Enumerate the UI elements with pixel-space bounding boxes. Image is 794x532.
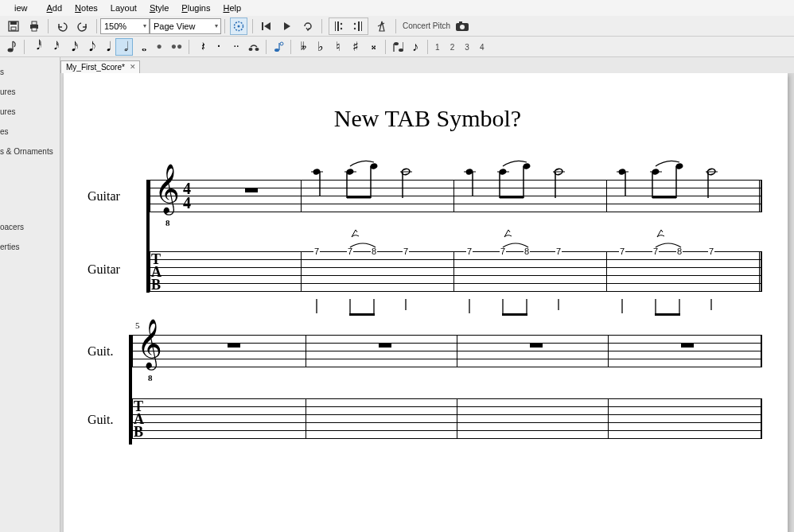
menu-layout[interactable]: Layout bbox=[104, 1, 143, 15]
document-tab-label: My_First_Score* bbox=[66, 63, 125, 72]
treble-clef: 𝄞 bbox=[137, 319, 162, 369]
play-button[interactable] bbox=[278, 17, 296, 35]
palette-sidebar: s ures ures es s & Ornaments oacers erti… bbox=[0, 57, 60, 532]
grace-button[interactable]: ♪ bbox=[407, 38, 424, 56]
whole-rest bbox=[530, 344, 543, 348]
instrument-label: Guitar bbox=[88, 189, 120, 204]
menu-plugins[interactable]: PluginsPlugins bbox=[175, 1, 216, 15]
note-1-button[interactable]: 𝅝 bbox=[133, 38, 150, 56]
palette-item[interactable]: oacers bbox=[0, 217, 60, 237]
note-2-button[interactable]: 𝅗𝅥 bbox=[115, 38, 133, 56]
svg-point-12 bbox=[341, 27, 342, 29]
separator bbox=[290, 40, 291, 54]
metronome-button[interactable] bbox=[230, 17, 247, 35]
redo-button[interactable] bbox=[74, 17, 91, 35]
svg-point-13 bbox=[354, 22, 356, 24]
svg-point-11 bbox=[341, 22, 342, 24]
separator bbox=[427, 40, 428, 54]
save-button[interactable] bbox=[5, 17, 22, 35]
separator bbox=[189, 40, 189, 54]
svg-point-7 bbox=[238, 25, 240, 27]
menu-notes[interactable]: NotesNotes bbox=[68, 1, 104, 15]
note-dot-button[interactable]: ● bbox=[150, 38, 168, 56]
print-button[interactable] bbox=[25, 17, 43, 35]
clef-octave: 8 bbox=[148, 373, 153, 382]
separator bbox=[24, 40, 25, 54]
undo-button[interactable] bbox=[53, 17, 71, 35]
repeat-start-button[interactable] bbox=[333, 17, 347, 35]
voice-3-button[interactable]: 3 bbox=[461, 43, 473, 52]
palette-item[interactable]: s bbox=[0, 62, 60, 82]
palette-item[interactable]: s & Ornaments bbox=[0, 142, 60, 161]
separator bbox=[385, 40, 386, 54]
rewind-button[interactable] bbox=[258, 17, 275, 35]
svg-rect-15 bbox=[358, 21, 360, 31]
palette-item[interactable]: ures bbox=[0, 102, 60, 122]
menu-style[interactable]: StyleStyle bbox=[143, 1, 175, 15]
separator bbox=[321, 19, 322, 33]
separator bbox=[266, 40, 267, 54]
tab-staff[interactable]: TAB bbox=[132, 398, 762, 438]
zoom-combo[interactable]: 150%▾ bbox=[100, 18, 150, 34]
score-title: New TAB Symbol? bbox=[88, 105, 768, 132]
svg-rect-4 bbox=[32, 21, 37, 25]
close-tab-button[interactable]: ✕ bbox=[130, 63, 136, 71]
note-8-button[interactable]: 𝅘𝅥𝅮 bbox=[80, 38, 98, 56]
svg-point-14 bbox=[354, 27, 356, 29]
tab-clef: TAB bbox=[134, 400, 144, 438]
svg-rect-1 bbox=[10, 21, 17, 25]
tab-rhythm bbox=[150, 297, 762, 321]
screenshot-button[interactable] bbox=[453, 19, 471, 33]
separator bbox=[395, 19, 396, 33]
note-32-button[interactable]: 𝅘𝅥𝅰 bbox=[45, 38, 63, 56]
dblflat-button[interactable]: 𝄫 bbox=[294, 38, 312, 56]
toolbar-main: 150%▾ Page View▾ Concert Pitch bbox=[0, 16, 794, 37]
svg-rect-9 bbox=[335, 21, 336, 31]
separator bbox=[224, 19, 225, 33]
loop-button[interactable] bbox=[299, 17, 317, 35]
whole-rest bbox=[228, 344, 240, 348]
repeat-group bbox=[329, 17, 368, 35]
score-canvas[interactable]: New TAB Symbol? Guitar 𝄞 8 44 bbox=[60, 73, 794, 532]
score-page: New TAB Symbol? Guitar 𝄞 8 44 bbox=[64, 73, 788, 532]
flip-button[interactable] bbox=[270, 38, 287, 56]
note-4-button[interactable]: 𝅘𝅥 bbox=[98, 38, 115, 56]
menu-view[interactable]: iew bbox=[2, 1, 41, 15]
repeat-end-button[interactable] bbox=[350, 17, 364, 35]
menu-help[interactable]: HelpHelp bbox=[216, 1, 247, 15]
separator bbox=[48, 19, 49, 33]
dblsharp-button[interactable]: 𝄪 bbox=[364, 38, 382, 56]
dot2-button[interactable]: ·· bbox=[228, 38, 245, 56]
note-16-button[interactable]: 𝅘𝅥𝅯 bbox=[63, 38, 80, 56]
sharp-button[interactable]: ♯ bbox=[347, 38, 364, 56]
metronome2-button[interactable] bbox=[373, 17, 391, 35]
note-64-button[interactable]: 𝅘𝅥𝅱 bbox=[28, 38, 45, 56]
svg-point-30 bbox=[399, 49, 403, 52]
natural-button[interactable]: ♮ bbox=[329, 38, 347, 56]
svg-point-24 bbox=[255, 48, 259, 51]
flat-button[interactable]: ♭ bbox=[312, 38, 329, 56]
palette-item[interactable]: ures bbox=[0, 82, 60, 102]
svg-rect-5 bbox=[32, 28, 37, 31]
tie-button[interactable] bbox=[245, 38, 263, 56]
standard-staff[interactable]: 𝄞 8 bbox=[132, 335, 762, 367]
flip-stem-button[interactable] bbox=[389, 38, 407, 56]
document-tabstrip: My_First_Score* ✕ bbox=[60, 57, 140, 73]
palette-item[interactable]: es bbox=[0, 122, 60, 142]
voice-2-button[interactable]: 2 bbox=[446, 43, 459, 52]
svg-rect-10 bbox=[337, 21, 339, 31]
menu-add[interactable]: AAdddd bbox=[41, 1, 69, 15]
voice-1-button[interactable]: 1 bbox=[431, 43, 444, 52]
rest-button[interactable]: 𝄽 bbox=[193, 38, 210, 56]
document-tab[interactable]: My_First_Score* ✕ bbox=[60, 60, 140, 73]
view-combo[interactable]: Page View▾ bbox=[150, 18, 221, 34]
notes-overlay bbox=[150, 152, 762, 216]
dot-button[interactable]: · bbox=[210, 38, 228, 56]
palette-item[interactable]: erties bbox=[0, 237, 60, 257]
note-ddot-button[interactable]: ●● bbox=[168, 38, 185, 56]
note-input-button[interactable] bbox=[3, 38, 21, 56]
whole-rest bbox=[379, 344, 391, 348]
concert-pitch-toggle[interactable]: Concert Pitch bbox=[399, 21, 453, 30]
voice-4-button[interactable]: 4 bbox=[476, 43, 488, 52]
clef-octave: 8 bbox=[165, 218, 170, 227]
